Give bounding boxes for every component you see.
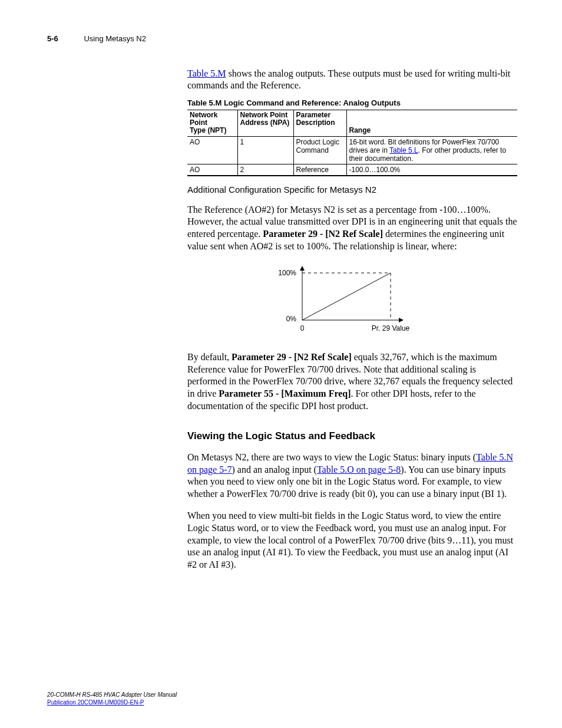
section-heading: Viewing the Logic Status and Feedback	[187, 430, 517, 442]
svg-line-6	[302, 273, 391, 320]
cell-range: 16-bit word. Bit definitions for PowerFl…	[346, 136, 517, 164]
paragraph-4: When you need to view multi-bit fields i…	[187, 510, 517, 571]
cell-npt: AO	[187, 136, 237, 164]
svg-marker-2	[300, 266, 305, 271]
paragraph-2: By default, Parameter 29 - [N2 Ref Scale…	[187, 351, 517, 413]
y-tick-100: 100%	[278, 269, 296, 277]
cell-range: -100.0…100.0%	[346, 164, 517, 176]
col-header-npt: Network Point Type (NPT)	[187, 110, 237, 137]
table-caption: Table 5.M Logic Command and Reference: A…	[187, 98, 517, 107]
table-row: AO 2 Reference -100.0…100.0%	[187, 164, 517, 176]
y-tick-0: 0%	[286, 315, 297, 323]
subheading: Additional Configuration Specific for Me…	[187, 185, 517, 195]
table-link[interactable]: Table 5.L	[389, 146, 418, 154]
linear-relationship-chart: 100% 0% 0 Pr. 29 Value	[261, 261, 426, 341]
col-header-desc: Parameter Description	[293, 110, 346, 137]
cell-desc: Product Logic Command	[293, 136, 346, 164]
paragraph-1: The Reference (AO#2) for Metasys N2 is s…	[187, 204, 517, 253]
x-tick-0: 0	[300, 324, 305, 332]
col-header-range: Range	[346, 110, 517, 137]
intro-text: shows the analog outputs. These outputs …	[187, 68, 510, 90]
cell-desc: Reference	[293, 164, 346, 176]
table-row: AO 1 Product Logic Command 16-bit word. …	[187, 136, 517, 164]
analog-outputs-table: Network Point Type (NPT) Network Point A…	[187, 110, 517, 176]
footer-publication-link[interactable]: Publication 20COMM-UM009D-EN-P	[47, 699, 177, 706]
cell-npa: 2	[237, 164, 293, 176]
x-tick-pr29: Pr. 29 Value	[372, 324, 410, 332]
header-section: Using Metasys N2	[84, 34, 146, 43]
table-link[interactable]: Table 5.M	[187, 68, 226, 78]
page-number: 5-6	[47, 34, 58, 43]
page-footer: 20-COMM-H RS-485 HVAC Adapter User Manua…	[47, 691, 177, 706]
col-header-npa: Network Point Address (NPA)	[237, 110, 293, 137]
table-link[interactable]: Table 5.O on page 5-8	[317, 465, 401, 475]
cell-npt: AO	[187, 164, 237, 176]
cell-npa: 1	[237, 136, 293, 164]
chart-container: 100% 0% 0 Pr. 29 Value	[170, 261, 517, 341]
intro-paragraph: Table 5.M shows the analog outputs. Thes…	[187, 68, 517, 91]
svg-marker-3	[399, 318, 404, 322]
footer-title: 20-COMM-H RS-485 HVAC Adapter User Manua…	[47, 691, 177, 698]
paragraph-3: On Metasys N2, there are two ways to vie…	[187, 452, 517, 500]
page-header: 5-6 Using Metasys N2	[47, 34, 515, 43]
